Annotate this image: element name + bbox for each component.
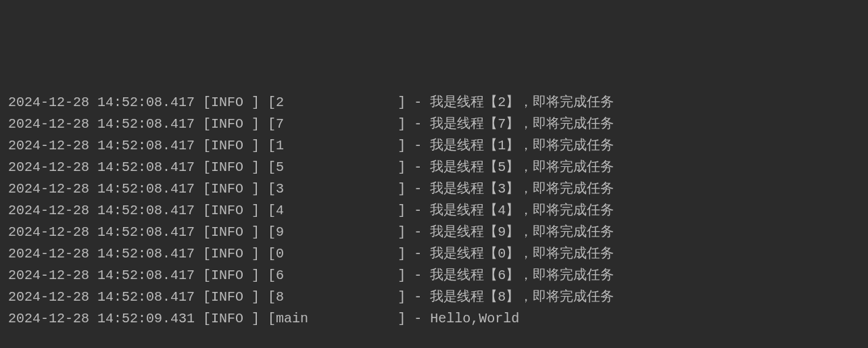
log-line: 2024-12-28 14:52:09.431 [INFO ] [main ] … [8,308,860,330]
log-level: INFO [211,268,251,283]
log-timestamp: 2024-12-28 14:52:08.417 [8,181,195,197]
log-line: 2024-12-28 14:52:08.417 [INFO ] [0 ] - 我… [8,243,860,265]
log-message: 我是线程【6】，即将完成任务 [430,268,614,283]
log-message: 我是线程【4】，即将完成任务 [430,203,614,218]
log-thread: 8 [276,289,397,305]
log-timestamp: 2024-12-28 14:52:08.417 [8,246,195,262]
log-message: 我是线程【1】，即将完成任务 [430,138,614,153]
log-line: 2024-12-28 14:52:08.417 [INFO ] [9 ] - 我… [8,222,860,243]
log-thread: 1 [276,138,397,153]
log-line: 2024-12-28 14:52:08.417 [INFO ] [1 ] - 我… [8,135,860,157]
log-line: 2024-12-28 14:52:08.417 [INFO ] [4 ] - 我… [8,200,860,222]
log-thread: 7 [276,116,397,132]
log-message: 我是线程【8】，即将完成任务 [430,289,614,305]
log-timestamp: 2024-12-28 14:52:08.417 [8,203,195,218]
log-timestamp: 2024-12-28 14:52:08.417 [8,116,195,132]
log-message: 我是线程【9】，即将完成任务 [430,224,614,240]
log-timestamp: 2024-12-28 14:52:08.417 [8,138,195,153]
log-thread: main [276,311,397,326]
log-timestamp: 2024-12-28 14:52:08.417 [8,95,195,110]
log-timestamp: 2024-12-28 14:52:09.431 [8,311,195,326]
log-thread: 9 [276,224,397,240]
log-timestamp: 2024-12-28 14:52:08.417 [8,224,195,240]
log-message: 我是线程【0】，即将完成任务 [430,246,614,262]
log-message: 我是线程【5】，即将完成任务 [430,159,614,175]
log-line: 2024-12-28 14:52:08.417 [INFO ] [2 ] - 我… [8,92,860,114]
log-timestamp: 2024-12-28 14:52:08.417 [8,289,195,305]
log-message: 我是线程【2】，即将完成任务 [430,95,614,110]
log-thread: 3 [276,181,397,197]
log-thread: 2 [276,95,397,110]
log-level: INFO [211,246,251,262]
log-level: INFO [211,311,251,326]
log-timestamp: 2024-12-28 14:52:08.417 [8,159,195,175]
log-timestamp: 2024-12-28 14:52:08.417 [8,268,195,283]
log-level: INFO [211,203,251,218]
log-level: INFO [211,181,251,197]
log-level: INFO [211,289,251,305]
log-thread: 6 [276,268,397,283]
log-line: 2024-12-28 14:52:08.417 [INFO ] [3 ] - 我… [8,178,860,200]
log-level: INFO [211,159,251,175]
log-line: 2024-12-28 14:52:08.417 [INFO ] [8 ] - 我… [8,287,860,308]
log-line: 2024-12-28 14:52:08.417 [INFO ] [5 ] - 我… [8,157,860,178]
log-message: 我是线程【3】，即将完成任务 [430,181,614,197]
log-output: 2024-12-28 14:52:08.417 [INFO ] [2 ] - 我… [8,92,860,330]
log-level: INFO [211,138,251,153]
log-message: 我是线程【7】，即将完成任务 [430,116,614,132]
log-line: 2024-12-28 14:52:08.417 [INFO ] [7 ] - 我… [8,114,860,135]
log-level: INFO [211,116,251,132]
log-thread: 0 [276,246,397,262]
log-message: Hello,World [430,311,519,326]
log-line: 2024-12-28 14:52:08.417 [INFO ] [6 ] - 我… [8,265,860,287]
log-thread: 5 [276,159,397,175]
log-thread: 4 [276,203,397,218]
log-level: INFO [211,224,251,240]
log-level: INFO [211,95,251,110]
